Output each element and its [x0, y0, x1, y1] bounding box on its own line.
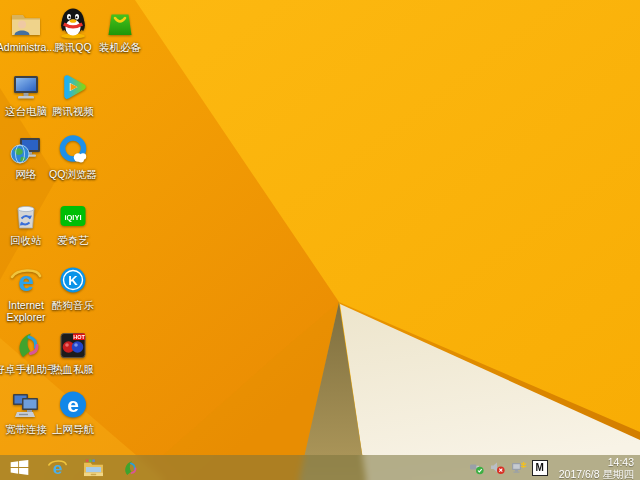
desktop: Administra... 腾讯QQ [0, 0, 640, 480]
desktop-icon-label: 腾讯视频 [52, 105, 94, 117]
windows-logo-icon [10, 460, 29, 475]
taskbar: e [0, 455, 640, 480]
internet-explorer-icon: e [47, 457, 68, 478]
user-folder-icon [9, 6, 43, 40]
computer-icon [9, 70, 43, 104]
internet-explorer-icon: e [9, 264, 43, 298]
desktop-icon-rexue-sifu[interactable]: HOT 热血私服 [41, 328, 105, 375]
desktop-icon-iqiyi[interactable]: iQIYI 爱奇艺 [41, 199, 105, 246]
start-button[interactable] [4, 455, 34, 480]
nav-browser-icon: e [56, 388, 90, 422]
iqiyi-icon: iQIYI [56, 199, 90, 233]
desktop-icon-label: 网络 [16, 168, 37, 180]
taskbar-haozhuo-assistant-button[interactable] [114, 455, 144, 480]
network-status-icon[interactable] [511, 460, 527, 476]
play-triangle-icon [56, 70, 90, 104]
taskbar-internet-explorer-button[interactable]: e [42, 455, 72, 480]
qq-browser-icon [56, 133, 90, 167]
iqiyi-logo-text: iQIYI [64, 213, 81, 222]
volume-muted-icon[interactable] [490, 460, 506, 476]
desktop-icon-qq-browser[interactable]: QQ浏览器 [41, 133, 105, 180]
kugou-letter: K [68, 273, 78, 288]
system-tray: M 14:43 2017/6/8 星期四 [469, 456, 640, 480]
swirl-icon [119, 458, 139, 478]
nav-letter: e [67, 393, 79, 416]
swirl-icon [9, 328, 43, 362]
recycle-bin-icon [9, 199, 43, 233]
hot-badge-text: HOT [73, 334, 85, 340]
shopping-bag-icon [103, 6, 137, 40]
desktop-icon-web-navigation[interactable]: e 上网导航 [41, 388, 105, 435]
taskbar-clock[interactable]: 14:43 2017/6/8 星期四 [559, 456, 634, 480]
broadband-computers-icon [9, 388, 43, 422]
desktop-icon-tencent-video[interactable]: 腾讯视频 [41, 70, 105, 117]
kugou-icon: K [56, 264, 90, 298]
network-globe-icon [9, 133, 43, 167]
usb-safely-remove-icon[interactable] [469, 460, 485, 476]
clock-date: 2017/6/8 星期四 [559, 468, 634, 480]
qq-penguin-icon [56, 6, 90, 40]
desktop-icon-label: 装机必备 [99, 41, 141, 53]
desktop-icon-label: QQ浏览器 [49, 168, 97, 180]
clock-time: 14:43 [559, 456, 634, 468]
desktop-icon-label: 回收站 [10, 234, 42, 246]
desktop-icon-label: 腾讯QQ [54, 41, 91, 53]
desktop-icon-label: 热血私服 [52, 363, 94, 375]
desktop-icon-label: 上网导航 [52, 423, 94, 435]
input-method-indicator[interactable]: M [532, 460, 548, 476]
desktop-icon-label: 酷狗音乐 [52, 299, 94, 311]
game-orbs-icon: HOT [56, 328, 90, 362]
desktop-icon-label: 爱奇艺 [57, 234, 89, 246]
desktop-icon-essential-apps[interactable]: 装机必备 [88, 6, 152, 53]
taskbar-file-explorer-button[interactable] [78, 455, 108, 480]
file-explorer-icon [83, 459, 104, 477]
desktop-icon-kugou-music[interactable]: K 酷狗音乐 [41, 264, 105, 311]
